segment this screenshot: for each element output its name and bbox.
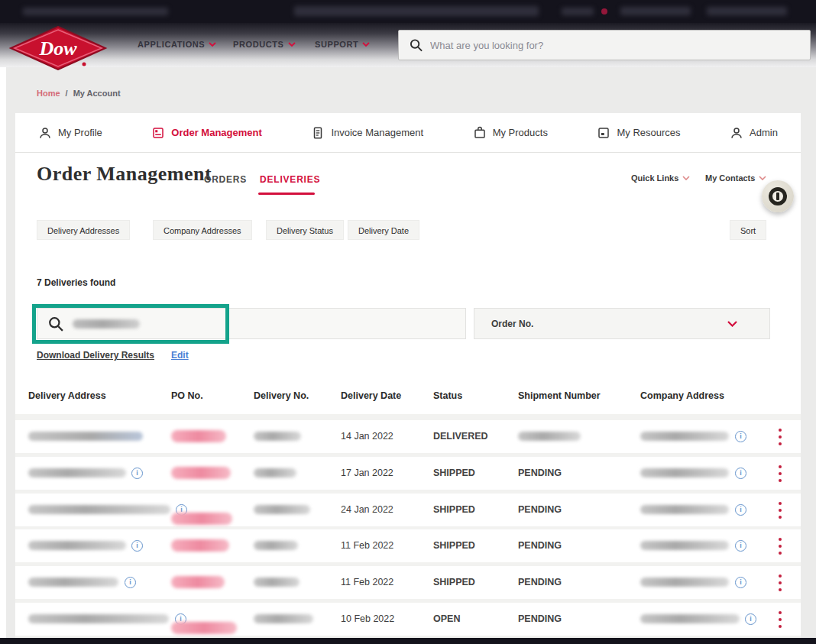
order-no-dropdown[interactable]: Order No. bbox=[474, 308, 770, 339]
order-no-dropdown-label: Order No. bbox=[491, 319, 533, 329]
redacted-delivery-address bbox=[28, 505, 170, 514]
info-icon[interactable]: i bbox=[735, 468, 746, 479]
cart-badge-icon bbox=[601, 8, 607, 15]
active-tab-underline bbox=[258, 193, 315, 195]
delivery-date: 14 Jan 2022 bbox=[341, 420, 393, 453]
tab-my-products[interactable]: My Products bbox=[473, 126, 548, 140]
row-menu-icon[interactable] bbox=[775, 465, 785, 482]
order-management-icon bbox=[151, 126, 165, 140]
redacted-delivery-address bbox=[28, 541, 126, 550]
chevron-down-icon bbox=[727, 321, 737, 327]
tab-my-resources[interactable]: My Resources bbox=[597, 126, 680, 140]
breadcrumb-home-link[interactable]: Home bbox=[37, 89, 60, 98]
tab-my-products-label: My Products bbox=[493, 127, 548, 138]
redacted-company-address bbox=[640, 432, 729, 441]
row-menu-icon[interactable] bbox=[775, 611, 785, 628]
edit-link[interactable]: Edit bbox=[171, 350, 189, 361]
status: SHIPPED bbox=[433, 566, 475, 599]
redacted-delivery-no bbox=[254, 541, 298, 550]
quick-links-dropdown[interactable]: Quick Links bbox=[631, 173, 690, 183]
page-left-margin bbox=[0, 67, 6, 638]
redacted-po-no bbox=[171, 576, 225, 588]
redacted-shipment-number bbox=[518, 432, 581, 441]
nav-products-label: PRODUCTS bbox=[233, 40, 284, 49]
info-icon[interactable]: i bbox=[735, 577, 746, 588]
info-icon[interactable]: i bbox=[745, 613, 756, 625]
delivery-date: 11 Feb 2022 bbox=[341, 566, 393, 599]
col-header-shipment-number: Shipment Number bbox=[518, 390, 601, 401]
chevron-down-icon bbox=[759, 176, 766, 180]
redacted-po-no bbox=[171, 467, 231, 479]
delivery-date: 11 Feb 2022 bbox=[341, 529, 393, 562]
chevron-down-icon bbox=[682, 176, 690, 180]
nav-products[interactable]: PRODUCTS bbox=[233, 40, 296, 49]
tab-invoice-management[interactable]: Invoice Management bbox=[311, 126, 423, 140]
info-icon[interactable]: i bbox=[735, 540, 746, 552]
row-menu-icon[interactable] bbox=[775, 429, 785, 445]
nav-support[interactable]: SUPPORT bbox=[315, 40, 370, 49]
col-header-po-no: PO No. bbox=[171, 390, 203, 401]
redacted-topbar-item bbox=[620, 7, 691, 15]
info-icon[interactable]: i bbox=[131, 468, 143, 479]
dow-logo-text: Dow bbox=[38, 37, 77, 60]
tab-deliveries[interactable]: DELIVERIES bbox=[260, 174, 320, 185]
my-contacts-dropdown[interactable]: My Contacts bbox=[705, 173, 766, 183]
redacted-delivery-address bbox=[28, 578, 118, 587]
redacted-company-address bbox=[640, 578, 729, 587]
table-row: i 10 Feb 2022 OPEN PENDING i bbox=[15, 603, 801, 636]
info-icon[interactable]: i bbox=[735, 431, 746, 442]
tab-my-profile[interactable]: My Profile bbox=[38, 126, 102, 140]
redacted-company-address bbox=[640, 468, 729, 477]
chevron-down-icon bbox=[209, 42, 216, 47]
row-menu-icon[interactable] bbox=[775, 502, 785, 519]
row-menu-icon[interactable] bbox=[775, 538, 785, 555]
page-root: Dow APPLICATIONS PRODUCTS SUPPORT Home /… bbox=[0, 0, 816, 644]
table-row: 14 Jan 2022 DELIVERED i bbox=[15, 420, 801, 453]
redacted-company-address bbox=[640, 505, 729, 514]
nav-applications-label: APPLICATIONS bbox=[138, 40, 205, 49]
nav-applications[interactable]: APPLICATIONS bbox=[138, 40, 216, 49]
info-icon[interactable]: i bbox=[735, 504, 746, 516]
redacted-delivery-no bbox=[254, 578, 300, 587]
redacted-delivery-no bbox=[254, 468, 296, 477]
redacted-topbar-item bbox=[294, 6, 539, 16]
info-icon[interactable]: i bbox=[125, 577, 136, 588]
tab-admin[interactable]: Admin bbox=[730, 126, 778, 140]
invoice-icon bbox=[311, 126, 325, 140]
redacted-delivery-no bbox=[254, 614, 313, 623]
redacted-po-no bbox=[171, 430, 226, 442]
status: DELIVERED bbox=[433, 420, 488, 453]
nav-support-label: SUPPORT bbox=[315, 40, 358, 49]
tab-order-management[interactable]: Order Management bbox=[151, 126, 261, 140]
tab-my-profile-label: My Profile bbox=[58, 127, 102, 138]
filter-delivery-status[interactable]: Delivery Status bbox=[266, 220, 344, 240]
row-menu-icon[interactable] bbox=[775, 574, 785, 591]
info-icon bbox=[769, 187, 787, 205]
results-count: 7 Deliveries found bbox=[37, 277, 115, 288]
site-search-input[interactable] bbox=[430, 40, 799, 51]
redacted-delivery-no bbox=[254, 432, 301, 441]
site-search bbox=[398, 30, 811, 60]
feedback-info-button[interactable] bbox=[762, 180, 794, 212]
filter-delivery-addresses[interactable]: Delivery Addresses bbox=[37, 220, 130, 240]
status: OPEN bbox=[433, 603, 460, 636]
table-row: i 11 Feb 2022 SHIPPED PENDING i bbox=[15, 566, 801, 599]
table-row: i 24 Jan 2022 SHIPPED PENDING i bbox=[15, 494, 801, 526]
dow-logo[interactable]: Dow bbox=[8, 26, 108, 70]
col-header-status: Status bbox=[433, 390, 462, 401]
tab-orders[interactable]: ORDERS bbox=[204, 174, 247, 185]
sort-button[interactable]: Sort bbox=[730, 220, 766, 240]
bottom-bar bbox=[0, 638, 816, 644]
breadcrumb: Home / My Account bbox=[37, 89, 121, 98]
redacted-delivery-address bbox=[28, 432, 143, 441]
status: SHIPPED bbox=[433, 457, 475, 490]
filter-delivery-date[interactable]: Delivery Date bbox=[348, 220, 419, 240]
shipment-number: PENDING bbox=[518, 457, 562, 490]
my-contacts-label: My Contacts bbox=[705, 173, 755, 183]
download-delivery-results-link[interactable]: Download Delivery Results bbox=[37, 350, 154, 361]
redacted-delivery-address bbox=[28, 468, 126, 477]
filter-company-addresses[interactable]: Company Addresses bbox=[153, 220, 252, 240]
redacted-topbar-item bbox=[23, 8, 168, 15]
products-icon bbox=[473, 126, 487, 140]
info-icon[interactable]: i bbox=[131, 540, 143, 552]
